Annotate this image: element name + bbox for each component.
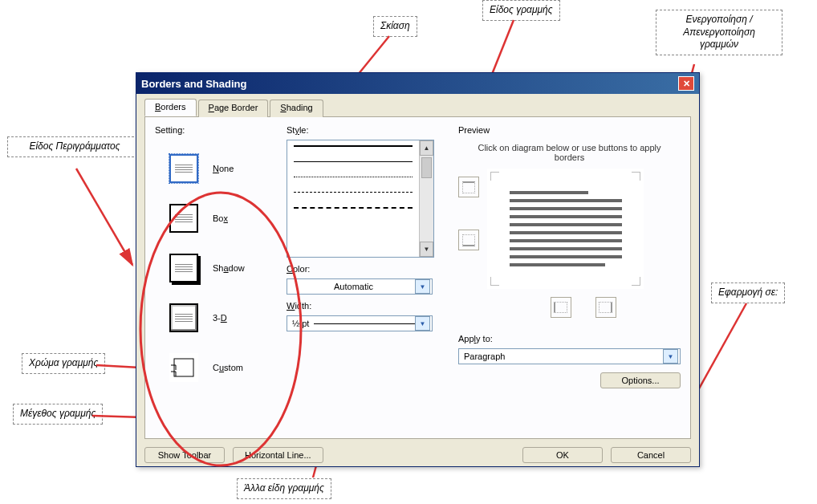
preview-page[interactable] [487, 169, 644, 289]
chevron-down-icon: ▼ [663, 349, 678, 364]
setting-box-label: Box [213, 213, 228, 223]
line-option-solid[interactable] [294, 145, 413, 147]
preview-text-icon [510, 191, 622, 266]
apply-to-dropdown[interactable]: Paragraph ▼ [458, 348, 681, 364]
titlebar: Borders and Shading ✕ [136, 73, 699, 94]
cancel-button[interactable]: Cancel [611, 447, 691, 463]
threed-icon [169, 303, 198, 332]
callout-shading: Σκίαση [373, 16, 417, 37]
callout-line-style: Είδος γραμμής [482, 0, 560, 21]
svg-line-3 [76, 169, 132, 265]
line-option-dashed[interactable] [294, 192, 413, 193]
style-options [287, 140, 419, 257]
close-button[interactable]: ✕ [678, 76, 694, 91]
setting-3d-label: 3-D [213, 313, 227, 323]
border-right-button[interactable] [595, 297, 616, 318]
preview-column: Preview Click on diagram below or use bu… [458, 125, 681, 430]
setting-custom-label: Custom [213, 363, 243, 372]
line-option-largedash[interactable] [294, 207, 413, 209]
style-column: Style: ▲ ▼ [287, 125, 447, 430]
style-label: Style: [287, 125, 447, 135]
chevron-down-icon: ▼ [415, 316, 430, 331]
setting-shadow-label: Shadow [213, 263, 245, 273]
none-icon [169, 154, 198, 183]
scroll-up-icon[interactable]: ▲ [420, 140, 433, 156]
setting-shadow[interactable]: Shadow [169, 254, 275, 282]
callout-apply-to: Εφαρμογή σε: [711, 282, 785, 303]
color-dropdown[interactable]: Automatic ▼ [287, 278, 433, 295]
callout-enable-lines: Ενεργοποίηση / Απενεργοποίηση γραμμών [656, 10, 782, 55]
dialog-body: Borders Page Border Shading Setting: Non… [136, 94, 699, 471]
shadow-icon [169, 254, 198, 282]
border-top-button[interactable] [458, 177, 479, 197]
horizontal-line-button[interactable]: Horizontal Line... [233, 447, 323, 463]
svg-rect-9 [174, 359, 193, 376]
style-scrollbar[interactable]: ▲ ▼ [419, 140, 433, 257]
show-toolbar-button[interactable]: Show Toolbar [144, 447, 225, 463]
width-value: ½ pt [292, 319, 309, 328]
tab-shading[interactable]: Shading [270, 100, 323, 117]
dialog-button-row: Show Toolbar Horizontal Line... OK Cance… [144, 447, 691, 463]
borders-and-shading-dialog: Borders and Shading ✕ Borders Page Borde… [136, 72, 700, 467]
tab-page-border[interactable]: Page Border [198, 100, 269, 117]
close-icon: ✕ [683, 79, 690, 88]
setting-box[interactable]: Box [169, 204, 275, 233]
width-label: Width: [287, 301, 447, 311]
style-listbox[interactable]: ▲ ▼ [287, 140, 434, 258]
tab-strip: Borders Page Border Shading [144, 99, 691, 117]
tab-borders[interactable]: Borders [144, 99, 197, 116]
scroll-down-icon[interactable]: ▼ [420, 242, 433, 257]
custom-icon [169, 353, 198, 382]
setting-none[interactable]: None [169, 154, 275, 183]
border-bottom-button[interactable] [458, 230, 479, 250]
setting-label: Setting: [155, 125, 275, 135]
apply-to-value: Paragraph [464, 352, 505, 361]
callout-other-line-types: Άλλα είδη γραμμής [237, 478, 331, 499]
preview-hint: Click on diagram below or use buttons to… [466, 143, 673, 162]
callout-border-type: Είδος Περιγράμματος [7, 136, 142, 157]
scroll-thumb[interactable] [421, 157, 432, 178]
chevron-down-icon: ▼ [415, 279, 430, 294]
border-left-button[interactable] [551, 297, 571, 318]
dialog-title: Borders and Shading [141, 78, 246, 90]
box-icon [169, 204, 198, 233]
setting-column: Setting: None Box [155, 125, 275, 430]
line-option-dotted[interactable] [294, 177, 413, 177]
setting-none-label: None [213, 164, 234, 173]
apply-to-label: Apply to: [458, 334, 681, 343]
color-label: Color: [287, 264, 447, 274]
width-dropdown[interactable]: ½ pt ▼ [287, 315, 433, 331]
callout-line-color: Χρώμα γραμμής [22, 353, 105, 374]
preview-label: Preview [458, 125, 681, 135]
setting-custom[interactable]: Custom [169, 353, 275, 382]
setting-3d[interactable]: 3-D [169, 303, 275, 332]
callout-line-width: Μέγεθος γραμμής [13, 404, 103, 425]
line-option-thin[interactable] [294, 161, 413, 162]
color-value: Automatic [292, 282, 415, 291]
options-button[interactable]: Options... [600, 372, 681, 388]
tab-panel-borders: Setting: None Box [144, 117, 691, 439]
ok-button[interactable]: OK [522, 447, 603, 463]
